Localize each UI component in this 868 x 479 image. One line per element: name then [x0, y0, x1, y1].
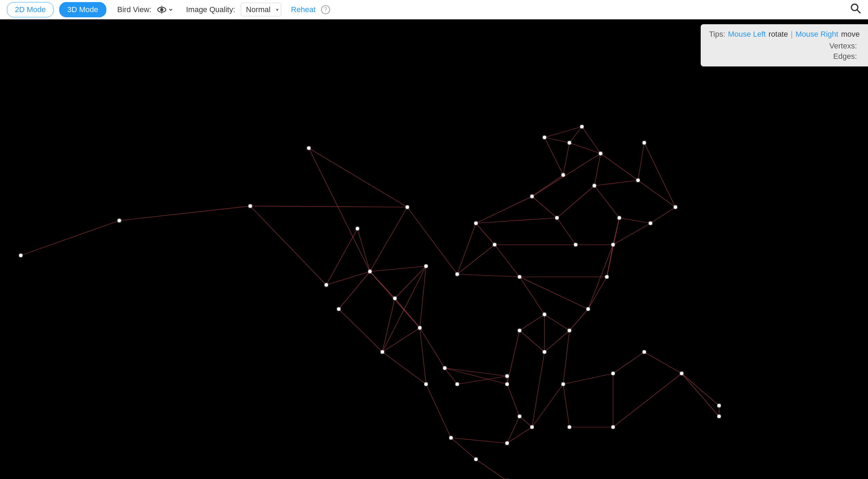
graph-node[interactable]	[505, 374, 509, 378]
graph-node[interactable]	[248, 204, 252, 208]
graph-node[interactable]	[505, 442, 509, 445]
svg-line-82	[445, 368, 457, 385]
graph-node[interactable]	[543, 313, 546, 316]
svg-line-17	[395, 266, 426, 298]
graph-node[interactable]	[455, 272, 459, 276]
graph-node[interactable]	[307, 146, 311, 150]
graph-node[interactable]	[599, 152, 602, 155]
svg-line-30	[382, 352, 426, 384]
graph-node[interactable]	[561, 382, 565, 386]
help-icon[interactable]: ?	[321, 5, 330, 14]
mode-2d-button[interactable]: 2D Mode	[7, 2, 54, 17]
svg-line-79	[644, 143, 675, 207]
svg-line-6	[857, 10, 860, 13]
graph-node[interactable]	[555, 216, 559, 220]
graph-node[interactable]	[518, 275, 521, 279]
graph-node[interactable]	[643, 141, 646, 145]
graph-node[interactable]	[19, 254, 23, 257]
svg-line-49	[544, 331, 569, 352]
graph-node[interactable]	[530, 195, 534, 198]
graph-node[interactable]	[643, 350, 646, 354]
graph-node[interactable]	[618, 216, 621, 220]
graph-node[interactable]	[455, 382, 459, 386]
svg-line-75	[619, 218, 650, 224]
tips-label: Tips:	[709, 30, 725, 39]
svg-line-37	[476, 218, 557, 224]
svg-line-7	[21, 220, 119, 255]
graph-node[interactable]	[381, 350, 384, 354]
mode-3d-button[interactable]: 3D Mode	[59, 2, 106, 17]
toolbar: 2D Mode 3D Mode Bird View: Image Quality…	[0, 0, 868, 19]
graph-node[interactable]	[337, 307, 340, 311]
graph-node[interactable]	[518, 415, 521, 418]
svg-line-19	[420, 266, 426, 328]
graph-node[interactable]	[474, 222, 478, 225]
svg-line-91	[476, 459, 507, 479]
graph-node[interactable]	[406, 206, 409, 209]
image-quality-label: Image Quality:	[186, 5, 235, 14]
graph-node[interactable]	[443, 367, 446, 370]
svg-line-81	[445, 368, 507, 385]
graph-node[interactable]	[424, 264, 428, 268]
graph-node[interactable]	[568, 329, 571, 332]
nodes-group	[19, 125, 721, 479]
graph-node[interactable]	[505, 382, 509, 386]
graph-node[interactable]	[543, 136, 546, 139]
graph-node[interactable]	[356, 227, 359, 231]
svg-line-51	[569, 309, 588, 331]
graph-node[interactable]	[418, 326, 422, 329]
svg-line-92	[563, 373, 613, 384]
svg-line-61	[532, 175, 563, 197]
move-verb: move	[841, 30, 860, 39]
graph-node[interactable]	[574, 243, 577, 246]
image-quality-select-wrapper[interactable]: LowNormalHigh ▾	[241, 3, 281, 16]
svg-line-96	[644, 352, 682, 373]
image-quality-select[interactable]: LowNormalHigh	[241, 3, 281, 16]
graph-node[interactable]	[530, 425, 534, 429]
graph-node[interactable]	[649, 222, 652, 225]
graph-node[interactable]	[611, 243, 615, 246]
svg-line-103	[445, 368, 507, 376]
search-icon	[850, 3, 861, 14]
svg-line-64	[563, 143, 569, 175]
reheat-button[interactable]: Reheat	[291, 5, 316, 14]
graph-node[interactable]	[605, 275, 609, 279]
svg-line-9	[250, 206, 407, 207]
graph-node[interactable]	[586, 307, 590, 311]
svg-line-94	[613, 352, 644, 373]
graph-node[interactable]	[680, 372, 683, 375]
svg-line-86	[520, 416, 532, 427]
svg-line-27	[382, 328, 420, 352]
graph-node[interactable]	[368, 270, 372, 273]
graph-node[interactable]	[611, 372, 615, 375]
svg-line-47	[520, 331, 544, 352]
svg-line-44	[520, 315, 544, 331]
svg-line-26	[339, 272, 370, 309]
graph-node[interactable]	[568, 425, 571, 429]
graph-node[interactable]	[636, 179, 640, 182]
graph-node[interactable]	[117, 219, 121, 222]
graph-canvas[interactable]	[0, 19, 868, 479]
graph-node[interactable]	[593, 184, 596, 188]
graph-node[interactable]	[717, 415, 721, 418]
graph-node[interactable]	[561, 173, 565, 177]
svg-line-18	[370, 266, 426, 272]
graph-node[interactable]	[449, 436, 453, 440]
graph-node[interactable]	[543, 350, 546, 354]
search-button[interactable]	[850, 3, 861, 16]
svg-line-14	[326, 229, 357, 285]
rotate-verb: rotate	[769, 30, 788, 39]
tips-panel: Tips: Mouse Left rotate | Mouse Right mo…	[701, 24, 868, 66]
graph-node[interactable]	[393, 297, 397, 300]
graph-node[interactable]	[424, 382, 428, 386]
graph-node[interactable]	[325, 283, 328, 287]
graph-node[interactable]	[568, 141, 571, 145]
bird-view-toggle[interactable]	[157, 5, 174, 15]
graph-node[interactable]	[611, 425, 615, 429]
graph-node[interactable]	[674, 206, 677, 209]
graph-node[interactable]	[717, 404, 721, 407]
graph-node[interactable]	[580, 125, 584, 128]
graph-node[interactable]	[493, 243, 496, 246]
graph-node[interactable]	[474, 458, 478, 461]
graph-node[interactable]	[518, 329, 521, 332]
